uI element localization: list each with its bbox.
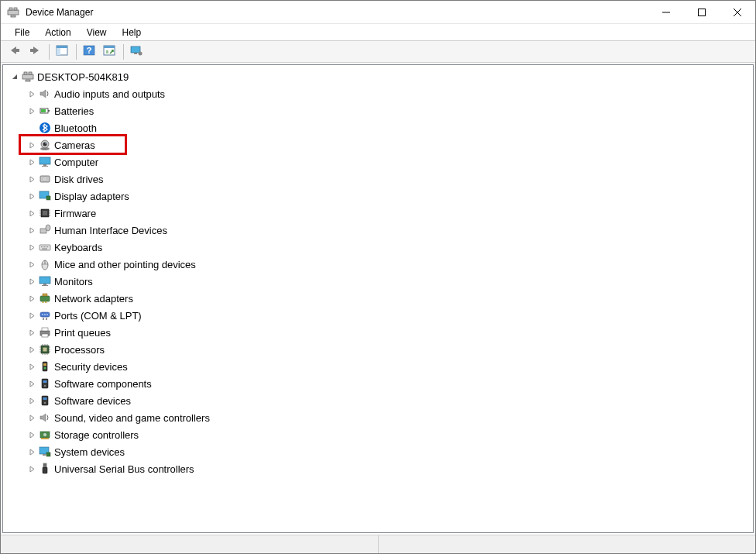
tree-node-label: Cameras: [53, 139, 95, 151]
chevron-right-icon[interactable]: [26, 261, 37, 268]
toolbar-show-hide-tree-button[interactable]: [53, 43, 71, 60]
svg-rect-107: [44, 464, 45, 466]
chevron-right-icon[interactable]: [26, 363, 37, 370]
monitor-icon: [37, 156, 53, 168]
software-icon: [37, 377, 53, 390]
chevron-right-icon[interactable]: [26, 244, 37, 251]
tree-node-monitors[interactable]: Monitors: [5, 273, 753, 290]
camera-icon: [37, 139, 53, 151]
chevron-right-icon[interactable]: [26, 193, 37, 200]
tree-root-node[interactable]: DESKTOP-504K819: [5, 68, 753, 85]
tree-node-label: Mice and other pointing devices: [53, 259, 196, 270]
tree-node-mice-and-other-pointing-devices[interactable]: Mice and other pointing devices: [5, 256, 753, 273]
network-icon: [37, 292, 53, 305]
chevron-right-icon[interactable]: [26, 432, 37, 439]
chevron-right-icon[interactable]: [26, 108, 37, 115]
chevron-right-icon[interactable]: [26, 312, 37, 319]
tree-node-software-components[interactable]: Software components: [5, 375, 753, 392]
tree-node-batteries[interactable]: Batteries: [5, 102, 753, 119]
tree-node-audio-inputs-and-outputs[interactable]: Audio inputs and outputs: [5, 85, 753, 102]
chevron-right-icon[interactable]: [26, 159, 37, 166]
tree-node-disk-drives[interactable]: Disk drives: [5, 170, 753, 188]
tree-node-label: Processors: [53, 344, 105, 356]
chevron-right-icon[interactable]: [26, 142, 37, 149]
svg-rect-54: [46, 246, 46, 247]
tree-node-software-devices[interactable]: Software devices: [5, 392, 753, 409]
chevron-right-icon[interactable]: [26, 227, 37, 234]
chevron-right-icon[interactable]: [26, 295, 37, 302]
tree-node-universal-serial-bus-controllers[interactable]: Universal Serial Bus controllers: [5, 460, 753, 477]
toolbar-help-button[interactable]: ?: [80, 43, 98, 60]
chevron-right-icon[interactable]: [26, 346, 37, 353]
chevron-right-icon[interactable]: [26, 397, 37, 404]
menu-view[interactable]: View: [79, 26, 115, 40]
svg-rect-17: [131, 46, 140, 53]
close-button[interactable]: [720, 1, 755, 24]
svg-rect-8: [15, 49, 19, 52]
keyboard-icon: [37, 241, 53, 253]
tree-node-firmware[interactable]: Firmware: [5, 205, 753, 222]
window-title: Device Manager: [26, 7, 93, 18]
tree-node-label: Disk drives: [53, 174, 104, 185]
tree-node-processors[interactable]: Processors: [5, 341, 753, 358]
svg-rect-9: [30, 49, 34, 52]
tree-node-network-adapters[interactable]: Network adapters: [5, 290, 753, 307]
menu-file[interactable]: File: [7, 26, 37, 40]
svg-rect-25: [48, 110, 50, 112]
tree-node-print-queues[interactable]: Print queues: [5, 324, 753, 341]
svg-rect-48: [40, 229, 46, 233]
svg-rect-91: [43, 363, 46, 366]
tree-node-computer[interactable]: Computer: [5, 153, 753, 170]
svg-rect-50: [40, 245, 50, 250]
printer-icon: [37, 326, 53, 339]
tree-node-system-devices[interactable]: System devices: [5, 443, 753, 460]
toolbar-forward-button[interactable]: [26, 43, 44, 60]
svg-rect-62: [42, 285, 48, 286]
tree-node-cameras[interactable]: Cameras: [5, 136, 753, 153]
svg-rect-33: [43, 164, 46, 166]
device-tree: DESKTOP-504K819 Audio inputs and outputs…: [3, 65, 753, 480]
menu-help[interactable]: Help: [115, 26, 149, 40]
tree-node-storage-controllers[interactable]: Storage controllers: [5, 426, 753, 443]
svg-rect-103: [43, 454, 46, 456]
tree-node-display-adapters[interactable]: Display adapters: [5, 188, 753, 205]
chevron-right-icon[interactable]: [26, 210, 37, 217]
menu-action[interactable]: Action: [37, 26, 78, 40]
monitor-icon: [37, 275, 53, 287]
svg-rect-74: [42, 328, 48, 331]
chevron-right-icon[interactable]: [26, 466, 37, 473]
tree-node-ports-com-lpt-[interactable]: Ports (COM & LPT): [5, 307, 753, 324]
svg-point-98: [44, 402, 46, 404]
chevron-right-icon[interactable]: [26, 329, 37, 336]
svg-rect-52: [43, 246, 43, 247]
svg-rect-65: [42, 301, 43, 303]
tree-node-security-devices[interactable]: Security devices: [5, 358, 753, 375]
toolbar-back-button[interactable]: [5, 43, 24, 60]
chevron-down-icon[interactable]: [9, 74, 20, 81]
chevron-right-icon[interactable]: [26, 91, 37, 98]
tree-node-sound-video-and-game-controllers[interactable]: Sound, video and game controllers: [5, 409, 753, 426]
toolbar-devices-button[interactable]: [127, 43, 146, 60]
back-icon: [9, 45, 21, 59]
svg-rect-68: [46, 301, 47, 303]
chip-icon: [37, 207, 53, 219]
chevron-right-icon[interactable]: [26, 380, 37, 387]
svg-rect-90: [43, 362, 47, 371]
toolbar-scan-button[interactable]: [100, 43, 119, 60]
minimize-button[interactable]: [648, 1, 684, 24]
maximize-button[interactable]: [684, 1, 720, 24]
tree-node-bluetooth[interactable]: Bluetooth: [5, 119, 753, 136]
tree-node-label: Keyboards: [53, 242, 102, 253]
tree-node-label: DESKTOP-504K819: [36, 71, 129, 83]
chevron-right-icon[interactable]: [26, 449, 37, 456]
tree-node-keyboards[interactable]: Keyboards: [5, 239, 753, 256]
usb-icon: [37, 463, 53, 475]
chevron-right-icon[interactable]: [26, 415, 37, 422]
tree-node-label: Sound, video and game controllers: [53, 412, 210, 424]
device-tree-panel[interactable]: DESKTOP-504K819 Audio inputs and outputs…: [2, 64, 754, 533]
tree-node-human-interface-devices[interactable]: Human Interface Devices: [5, 222, 753, 239]
mouse-icon: [37, 258, 53, 270]
chevron-right-icon[interactable]: [26, 278, 37, 285]
tree-node-label: Monitors: [53, 276, 93, 287]
chevron-right-icon[interactable]: [26, 176, 37, 183]
